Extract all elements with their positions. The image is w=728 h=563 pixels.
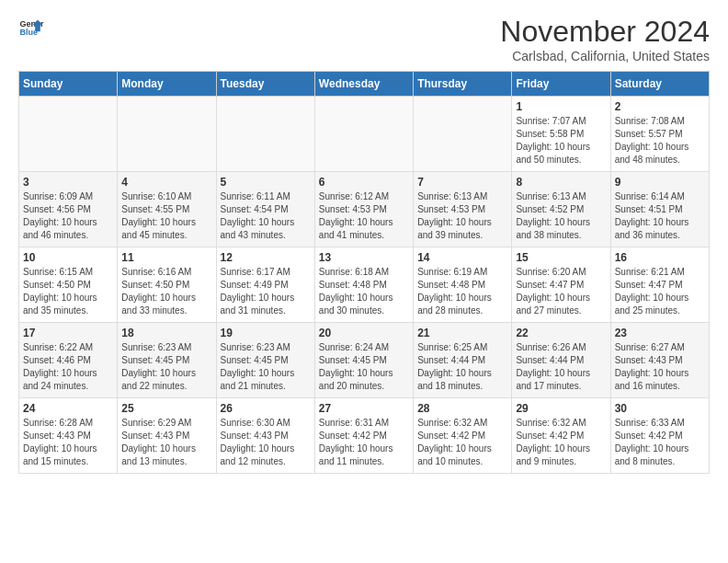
calendar-cell: 24Sunrise: 6:28 AM Sunset: 4:43 PM Dayli… <box>19 398 118 474</box>
day-number: 12 <box>221 251 311 264</box>
weekday-header-wednesday: Wednesday <box>314 72 413 97</box>
day-info: Sunrise: 6:23 AM Sunset: 4:45 PM Dayligh… <box>221 341 311 393</box>
weekday-header-thursday: Thursday <box>414 72 512 97</box>
day-number: 18 <box>121 327 211 339</box>
day-info: Sunrise: 6:23 AM Sunset: 4:45 PM Dayligh… <box>121 341 211 393</box>
weekday-header-row: SundayMondayTuesdayWednesdayThursdayFrid… <box>19 72 710 97</box>
page-header: General Blue November 2024 Carlsbad, Cal… <box>18 15 710 63</box>
day-info: Sunrise: 7:07 AM Sunset: 5:58 PM Dayligh… <box>516 115 606 167</box>
day-info: Sunrise: 6:14 AM Sunset: 4:51 PM Dayligh… <box>615 190 705 242</box>
weekday-header-sunday: Sunday <box>19 72 118 97</box>
calendar-cell <box>19 97 118 172</box>
day-info: Sunrise: 6:27 AM Sunset: 4:43 PM Dayligh… <box>615 341 705 393</box>
day-number: 25 <box>121 402 211 415</box>
day-number: 26 <box>221 402 311 415</box>
day-info: Sunrise: 6:21 AM Sunset: 4:47 PM Dayligh… <box>615 266 705 317</box>
calendar-cell: 21Sunrise: 6:25 AM Sunset: 4:44 PM Dayli… <box>414 323 512 398</box>
calendar-cell <box>216 97 314 172</box>
calendar-cell: 30Sunrise: 6:33 AM Sunset: 4:42 PM Dayli… <box>610 398 709 474</box>
day-info: Sunrise: 6:29 AM Sunset: 4:43 PM Dayligh… <box>121 417 211 468</box>
day-info: Sunrise: 6:13 AM Sunset: 4:53 PM Dayligh… <box>417 190 507 242</box>
calendar-cell: 15Sunrise: 6:20 AM Sunset: 4:47 PM Dayli… <box>512 247 610 323</box>
calendar-cell: 16Sunrise: 6:21 AM Sunset: 4:47 PM Dayli… <box>610 247 709 323</box>
calendar-cell <box>314 97 413 172</box>
day-info: Sunrise: 6:11 AM Sunset: 4:54 PM Dayligh… <box>221 190 311 242</box>
day-info: Sunrise: 6:24 AM Sunset: 4:45 PM Dayligh… <box>319 341 409 393</box>
day-info: Sunrise: 6:09 AM Sunset: 4:56 PM Dayligh… <box>23 190 113 242</box>
day-number: 11 <box>121 251 211 264</box>
svg-text:Blue: Blue <box>19 28 38 37</box>
calendar-cell: 3Sunrise: 6:09 AM Sunset: 4:56 PM Daylig… <box>19 172 118 247</box>
week-row-4: 17Sunrise: 6:22 AM Sunset: 4:46 PM Dayli… <box>19 323 710 398</box>
day-info: Sunrise: 6:31 AM Sunset: 4:42 PM Dayligh… <box>319 417 409 468</box>
calendar-cell: 11Sunrise: 6:16 AM Sunset: 4:50 PM Dayli… <box>118 247 216 323</box>
day-info: Sunrise: 7:08 AM Sunset: 5:57 PM Dayligh… <box>615 115 705 167</box>
calendar-cell: 18Sunrise: 6:23 AM Sunset: 4:45 PM Dayli… <box>118 323 216 398</box>
day-info: Sunrise: 6:32 AM Sunset: 4:42 PM Dayligh… <box>417 417 507 468</box>
day-info: Sunrise: 6:13 AM Sunset: 4:52 PM Dayligh… <box>516 190 606 242</box>
calendar-cell: 17Sunrise: 6:22 AM Sunset: 4:46 PM Dayli… <box>19 323 118 398</box>
day-info: Sunrise: 6:17 AM Sunset: 4:49 PM Dayligh… <box>221 266 311 317</box>
day-number: 13 <box>319 251 409 264</box>
day-info: Sunrise: 6:33 AM Sunset: 4:42 PM Dayligh… <box>615 417 705 468</box>
day-info: Sunrise: 6:25 AM Sunset: 4:44 PM Dayligh… <box>417 341 507 393</box>
calendar-cell: 28Sunrise: 6:32 AM Sunset: 4:42 PM Dayli… <box>414 398 512 474</box>
calendar-cell: 4Sunrise: 6:10 AM Sunset: 4:55 PM Daylig… <box>118 172 216 247</box>
day-number: 27 <box>319 402 409 415</box>
day-info: Sunrise: 6:10 AM Sunset: 4:55 PM Dayligh… <box>121 190 211 242</box>
calendar-cell: 10Sunrise: 6:15 AM Sunset: 4:50 PM Dayli… <box>19 247 118 323</box>
day-info: Sunrise: 6:32 AM Sunset: 4:42 PM Dayligh… <box>516 417 606 468</box>
location: Carlsbad, California, United States <box>500 49 710 63</box>
calendar-cell: 27Sunrise: 6:31 AM Sunset: 4:42 PM Dayli… <box>314 398 413 474</box>
day-number: 30 <box>615 402 705 415</box>
calendar-cell: 20Sunrise: 6:24 AM Sunset: 4:45 PM Dayli… <box>314 323 413 398</box>
calendar-cell: 6Sunrise: 6:12 AM Sunset: 4:53 PM Daylig… <box>314 172 413 247</box>
title-block: November 2024 Carlsbad, California, Unit… <box>500 15 710 63</box>
day-info: Sunrise: 6:18 AM Sunset: 4:48 PM Dayligh… <box>319 266 409 317</box>
day-number: 22 <box>516 327 606 339</box>
day-number: 10 <box>23 251 113 264</box>
day-number: 9 <box>615 176 705 189</box>
day-number: 2 <box>615 100 705 113</box>
day-number: 4 <box>121 176 211 189</box>
day-info: Sunrise: 6:30 AM Sunset: 4:43 PM Dayligh… <box>221 417 311 468</box>
day-number: 8 <box>516 176 606 189</box>
week-row-5: 24Sunrise: 6:28 AM Sunset: 4:43 PM Dayli… <box>19 398 710 474</box>
weekday-header-tuesday: Tuesday <box>216 72 314 97</box>
calendar-cell: 14Sunrise: 6:19 AM Sunset: 4:48 PM Dayli… <box>414 247 512 323</box>
week-row-3: 10Sunrise: 6:15 AM Sunset: 4:50 PM Dayli… <box>19 247 710 323</box>
calendar-cell: 29Sunrise: 6:32 AM Sunset: 4:42 PM Dayli… <box>512 398 610 474</box>
month-title: November 2024 <box>500 15 710 49</box>
logo: General Blue <box>18 15 44 40</box>
day-info: Sunrise: 6:12 AM Sunset: 4:53 PM Dayligh… <box>319 190 409 242</box>
calendar-cell: 13Sunrise: 6:18 AM Sunset: 4:48 PM Dayli… <box>314 247 413 323</box>
day-number: 24 <box>23 402 113 415</box>
calendar-cell: 23Sunrise: 6:27 AM Sunset: 4:43 PM Dayli… <box>610 323 709 398</box>
day-info: Sunrise: 6:16 AM Sunset: 4:50 PM Dayligh… <box>121 266 211 317</box>
weekday-header-saturday: Saturday <box>610 72 709 97</box>
calendar-cell: 22Sunrise: 6:26 AM Sunset: 4:44 PM Dayli… <box>512 323 610 398</box>
day-info: Sunrise: 6:28 AM Sunset: 4:43 PM Dayligh… <box>23 417 113 468</box>
day-number: 16 <box>615 251 705 264</box>
day-number: 3 <box>23 176 113 189</box>
calendar-cell: 5Sunrise: 6:11 AM Sunset: 4:54 PM Daylig… <box>216 172 314 247</box>
day-info: Sunrise: 6:26 AM Sunset: 4:44 PM Dayligh… <box>516 341 606 393</box>
week-row-1: 1Sunrise: 7:07 AM Sunset: 5:58 PM Daylig… <box>19 97 710 172</box>
day-number: 5 <box>221 176 311 189</box>
calendar-cell: 7Sunrise: 6:13 AM Sunset: 4:53 PM Daylig… <box>414 172 512 247</box>
calendar-cell: 1Sunrise: 7:07 AM Sunset: 5:58 PM Daylig… <box>512 97 610 172</box>
day-number: 14 <box>417 251 507 264</box>
day-number: 19 <box>221 327 311 339</box>
weekday-header-monday: Monday <box>118 72 216 97</box>
calendar-cell: 9Sunrise: 6:14 AM Sunset: 4:51 PM Daylig… <box>610 172 709 247</box>
calendar-cell: 26Sunrise: 6:30 AM Sunset: 4:43 PM Dayli… <box>216 398 314 474</box>
calendar-cell <box>414 97 512 172</box>
calendar-cell: 8Sunrise: 6:13 AM Sunset: 4:52 PM Daylig… <box>512 172 610 247</box>
day-number: 29 <box>516 402 606 415</box>
day-number: 6 <box>319 176 409 189</box>
calendar-cell <box>118 97 216 172</box>
day-info: Sunrise: 6:15 AM Sunset: 4:50 PM Dayligh… <box>23 266 113 317</box>
calendar-cell: 25Sunrise: 6:29 AM Sunset: 4:43 PM Dayli… <box>118 398 216 474</box>
day-number: 1 <box>516 100 606 113</box>
day-number: 15 <box>516 251 606 264</box>
